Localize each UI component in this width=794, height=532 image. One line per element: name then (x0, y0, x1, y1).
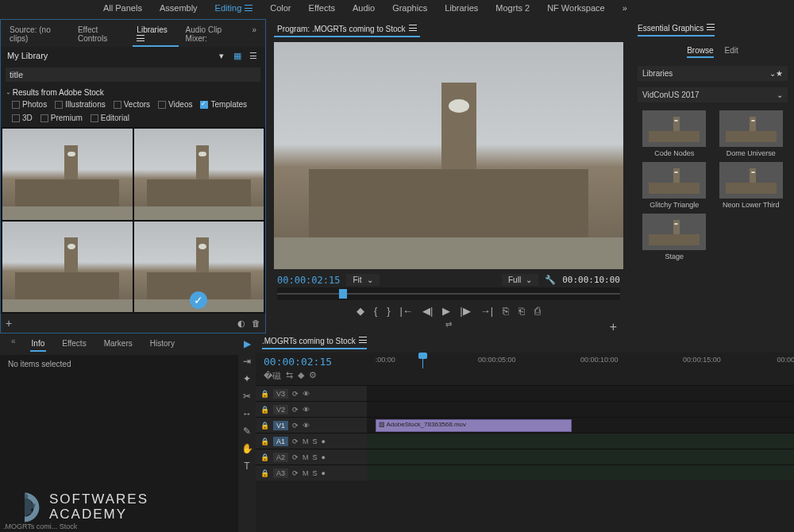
filter-photos[interactable]: Photos (12, 100, 47, 109)
mic-icon[interactable]: ● (322, 453, 326, 461)
eg-library-dropdown[interactable]: VidConUS 2017⌄ (638, 87, 788, 102)
chevron-down-icon[interactable]: ▾ (216, 50, 227, 61)
filter-vectors[interactable]: Vectors (114, 100, 150, 109)
tab-markers[interactable]: Markers (102, 337, 134, 352)
track-lane[interactable] (367, 465, 794, 480)
workspace-tab[interactable]: All Panels (103, 3, 142, 13)
trash-icon[interactable]: 🗑 (252, 318, 260, 328)
go-in-button[interactable]: |← (400, 305, 413, 317)
playhead[interactable] (422, 354, 423, 368)
workspace-tab[interactable]: Mogrts 2 (495, 3, 530, 13)
filter-videos[interactable]: Videos (158, 100, 192, 109)
settings-icon[interactable]: ⚙ (309, 370, 317, 382)
tab-history[interactable]: History (148, 337, 176, 352)
slip-tool[interactable]: ↔ (242, 408, 252, 419)
tab-effects[interactable]: Effects (60, 337, 87, 352)
lock-icon[interactable]: 🔒 (260, 469, 269, 477)
track-toggle[interactable]: A3 (273, 468, 288, 478)
track-toggle[interactable]: V2 (273, 405, 288, 414)
program-scrubber[interactable] (277, 287, 620, 300)
tab-sequence[interactable]: .MOGRTs coming to Stock (262, 337, 367, 349)
tab-overflow-left[interactable]: « (11, 337, 16, 352)
resolution-dropdown[interactable]: Full⌄ (502, 274, 538, 286)
cc-cloud-icon[interactable]: ◐ (237, 318, 245, 329)
type-tool[interactable]: T (244, 461, 249, 472)
button-editor[interactable]: + (610, 320, 617, 334)
tab-audio-mixer[interactable]: Audio Clip Mixer: (182, 23, 245, 47)
filter-illustrations[interactable]: Illustrations (55, 100, 106, 109)
add-button[interactable]: + (6, 317, 12, 330)
filter-templates[interactable]: Templates (200, 100, 247, 109)
track-lane[interactable]: ▧ AdobeStock_78363568.mov (367, 418, 794, 433)
workspace-tab[interactable]: Libraries (445, 3, 478, 13)
filter-premium[interactable]: Premium (40, 114, 83, 122)
eg-mode-browse[interactable]: Browse (687, 46, 713, 58)
eg-mode-edit[interactable]: Edit (725, 46, 738, 58)
workspace-tab[interactable]: Assembly (160, 3, 198, 13)
track-toggle[interactable]: V1 (273, 421, 288, 430)
extract-button[interactable]: ⎗ (518, 305, 525, 317)
hand-tool[interactable]: ✋ (241, 443, 253, 454)
workspace-tab[interactable]: Effects (309, 3, 335, 13)
workspace-tab[interactable]: NF Workspace (547, 3, 605, 13)
tab-overflow[interactable]: » (248, 23, 260, 47)
track-toggle[interactable]: A2 (273, 453, 288, 462)
filter-editorial[interactable]: Editorial (91, 114, 129, 122)
eye-icon[interactable]: 👁 (303, 422, 310, 430)
mogrt-item[interactable]: Stage (639, 214, 710, 260)
mic-icon[interactable]: ● (322, 469, 326, 477)
tab-source[interactable]: Source: (no clips) (6, 23, 71, 47)
tab-effect-controls[interactable]: Effect Controls (74, 23, 129, 47)
tab-libraries[interactable]: Libraries (133, 23, 178, 47)
mogrt-item[interactable]: Dome Universe (716, 110, 787, 157)
track-lane[interactable] (367, 402, 794, 417)
eg-source-dropdown[interactable]: Libraries⌄ ★ (638, 66, 788, 81)
stock-thumb[interactable] (2, 129, 133, 220)
wrench-icon[interactable]: 🔧 (545, 275, 556, 285)
mogrt-item[interactable]: Code Nodes (639, 110, 710, 157)
program-monitor[interactable] (274, 42, 623, 269)
tab-info[interactable]: Info (30, 337, 47, 352)
workspace-overflow[interactable]: » (622, 3, 627, 13)
selection-tool[interactable]: ▶ (244, 338, 251, 349)
results-header[interactable]: ›Results from Adobe Stock (1, 85, 265, 98)
sync-lock-icon[interactable]: ⟳ (292, 422, 299, 430)
track-select-tool[interactable]: ⇥ (243, 356, 251, 367)
eye-icon[interactable]: 👁 (303, 406, 310, 414)
marker-button[interactable]: ◆ (357, 305, 364, 317)
track-toggle[interactable]: A1 (273, 437, 288, 446)
search-input[interactable] (6, 67, 260, 82)
sync-lock-icon[interactable]: ⟳ (292, 406, 299, 414)
step-back-button[interactable]: ◀| (422, 305, 433, 317)
stock-thumb[interactable] (134, 129, 264, 220)
timeline-timecode[interactable]: 00:00:02:15 (256, 356, 367, 368)
lock-icon[interactable]: 🔒 (260, 422, 269, 430)
sync-lock-icon[interactable]: ⟳ (292, 438, 299, 445)
tab-program[interactable]: Program: .MOGRTs coming to Stock (274, 22, 420, 37)
stock-thumb[interactable]: ✓ (134, 222, 264, 313)
sync-lock-icon[interactable]: ⟳ (292, 469, 299, 477)
lock-icon[interactable]: 🔒 (260, 453, 269, 461)
comparison-icon[interactable]: ⇄ (445, 320, 452, 329)
star-icon[interactable]: ★ (776, 69, 783, 78)
lock-icon[interactable]: 🔒 (260, 438, 269, 445)
mark-out-button[interactable]: } (387, 305, 390, 317)
mogrt-item[interactable]: Glitchy Triangle (639, 162, 710, 209)
go-out-button[interactable]: →| (480, 305, 493, 317)
time-ruler[interactable]: :00:00 00:00:05:00 00:00:10:00 00:00:15:… (367, 354, 794, 368)
link-toggle[interactable]: ⇆ (286, 370, 293, 382)
lock-icon[interactable]: 🔒 (260, 390, 269, 398)
export-frame-button[interactable]: ⎙ (534, 305, 541, 317)
clip[interactable]: ▧ AdobeStock_78363568.mov (376, 419, 572, 432)
track-lane[interactable] (367, 449, 794, 465)
current-timecode[interactable]: 00:00:02:15 (277, 275, 340, 286)
playhead[interactable] (339, 289, 347, 299)
lift-button[interactable]: ⎘ (503, 305, 509, 317)
snap-toggle[interactable]: �磁 (264, 370, 281, 382)
tab-essential-graphics[interactable]: Essential Graphics (638, 24, 715, 37)
track-lane[interactable] (367, 434, 794, 449)
eye-icon[interactable]: 👁 (303, 390, 310, 398)
workspace-tab[interactable]: Graphics (392, 3, 427, 13)
stock-thumb[interactable] (2, 222, 133, 313)
ripple-tool[interactable]: ✦ (243, 373, 251, 384)
